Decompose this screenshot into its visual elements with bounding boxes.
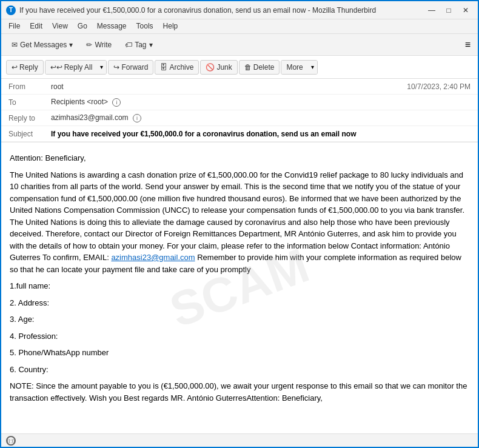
recipients-info-icon[interactable]: i <box>112 98 121 107</box>
reply-to-value: azimhasi23@gmail.com i <box>51 113 471 122</box>
body-paragraph-2: The United Nations is awarding a cash do… <box>10 169 469 276</box>
note-paragraph: NOTE: Since the amount payable to you is… <box>10 380 469 404</box>
delete-button[interactable]: 🗑 Delete <box>239 60 280 75</box>
minimize-button[interactable]: — <box>424 4 439 16</box>
menu-edit[interactable]: Edit <box>25 21 47 32</box>
window-controls: — □ ✕ <box>424 4 473 16</box>
menu-file[interactable]: File <box>4 21 25 32</box>
main-toolbar: ✉ Get Messages ▾ ✏ Write 🏷 Tag ▾ ≡ <box>1 34 478 56</box>
archive-button[interactable]: 🗄 Archive <box>155 60 199 75</box>
junk-icon: 🚫 <box>206 63 215 72</box>
reply-all-dropdown[interactable]: ▾ <box>97 61 106 74</box>
subject-value: If you have received your €1,500,000.0 f… <box>51 130 471 138</box>
email-header: From root 10/7/2023, 2:40 PM To Recipien… <box>1 79 478 142</box>
menu-go[interactable]: Go <box>73 21 92 32</box>
tag-button[interactable]: 🏷 Tag ▾ <box>119 38 158 52</box>
more-dropdown[interactable]: ▾ <box>308 61 317 74</box>
list-item-2: 2. Address: <box>10 297 469 309</box>
list-item-4: 4. Profession: <box>10 330 469 343</box>
status-bar: ((·)) <box>1 433 478 447</box>
pencil-icon: ✏ <box>86 41 92 49</box>
tag-dropdown-icon: ▾ <box>149 41 153 49</box>
action-bar: ↩ Reply ↩↩ Reply All ▾ ↪ Forward 🗄 Archi… <box>1 56 478 79</box>
get-messages-button[interactable]: ✉ Get Messages ▾ <box>6 38 78 52</box>
main-window: T If you have received your €1,500,000.0… <box>0 0 479 448</box>
list-item-1: 1.full name: <box>10 280 469 292</box>
from-label: From <box>8 82 51 91</box>
dropdown-arrow-icon: ▾ <box>69 41 73 49</box>
envelope-icon: ✉ <box>12 41 18 49</box>
connection-status-icon: ((·)) <box>6 436 16 446</box>
junk-button[interactable]: 🚫 Junk <box>200 60 237 75</box>
to-value: Recipients <root> i <box>51 98 471 107</box>
reply-all-icon: ↩↩ <box>50 63 62 72</box>
maximize-button[interactable]: □ <box>441 4 456 16</box>
from-row: From root 10/7/2023, 2:40 PM <box>1 79 478 95</box>
to-label: To <box>8 98 51 107</box>
reply-to-info-icon[interactable]: i <box>133 114 141 122</box>
email-link[interactable]: azimhasi23@gmail.com <box>111 253 195 262</box>
delete-icon: 🗑 <box>244 63 252 72</box>
menu-view[interactable]: View <box>47 21 73 32</box>
reply-all-split: ↩↩ Reply All ▾ <box>45 60 107 75</box>
reply-icon: ↩ <box>12 63 18 72</box>
email-body: SCAM Attention: Beneficiary, The United … <box>1 142 478 433</box>
list-item-3: 3. Age: <box>10 313 469 326</box>
reply-button[interactable]: ↩ Reply <box>6 60 44 75</box>
archive-icon: 🗄 <box>160 63 167 72</box>
reply-to-row: Reply to azimhasi23@gmail.com i <box>1 110 478 126</box>
more-button[interactable]: More <box>281 61 307 74</box>
close-button[interactable]: ✕ <box>458 4 473 16</box>
forward-button[interactable]: ↪ Forward <box>108 60 153 75</box>
body-paragraph-1: Attention: Beneficiary, <box>10 152 469 164</box>
list-item-5: 5. Phone/WhatsApp number <box>10 347 469 359</box>
reply-to-label: Reply to <box>8 114 51 122</box>
subject-label: Subject <box>8 130 51 138</box>
menu-bar: File Edit View Go Message Tools Help <box>1 19 478 34</box>
list-item-6: 6. Country: <box>10 364 469 376</box>
app-icon: T <box>6 5 16 15</box>
subject-row: Subject If you have received your €1,500… <box>1 126 478 142</box>
hamburger-menu-button[interactable]: ≡ <box>463 37 473 53</box>
from-value: root <box>51 82 407 91</box>
title-bar: T If you have received your €1,500,000.0… <box>1 1 478 19</box>
window-title: If you have received your €1,500,000.0 f… <box>19 6 424 15</box>
menu-message[interactable]: Message <box>92 21 132 32</box>
email-date: 10/7/2023, 2:40 PM <box>407 82 471 91</box>
menu-help[interactable]: Help <box>158 21 183 32</box>
tag-icon: 🏷 <box>125 41 132 49</box>
reply-all-button[interactable]: ↩↩ Reply All <box>45 61 98 74</box>
more-split: More ▾ <box>281 60 317 75</box>
menu-tools[interactable]: Tools <box>132 21 158 32</box>
forward-icon: ↪ <box>113 63 119 72</box>
to-row: To Recipients <root> i <box>1 95 478 110</box>
write-button[interactable]: ✏ Write <box>81 38 117 52</box>
